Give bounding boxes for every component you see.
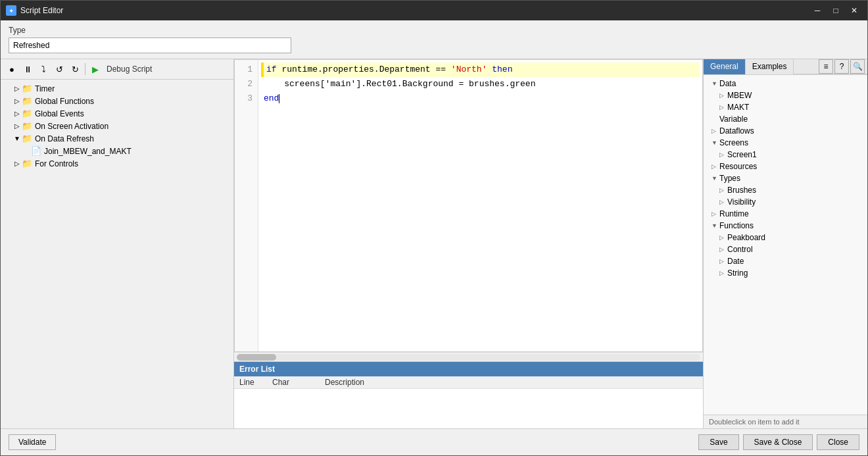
rtree-toggle-peakboard: ▷ — [719, 234, 727, 241]
tree-item-timer[interactable]: ▷ 📁 Timer — [1, 82, 233, 95]
code-editor[interactable]: 1 2 3 if runtime.properties.Department =… — [234, 59, 703, 352]
rtree-item-runtime[interactable]: ▷ Runtime — [704, 208, 867, 220]
rtree-item-types[interactable]: ▼ Types — [704, 172, 867, 184]
error-col-description: Description — [325, 378, 698, 387]
rtree-toggle-resources: ▷ — [711, 163, 719, 170]
tree-label-for-controls: For Controls — [35, 159, 78, 168]
tree-toggle-global-events: ▷ — [12, 110, 22, 117]
validate-button[interactable]: Validate — [9, 434, 56, 450]
window-controls: ─ □ ✕ — [809, 4, 862, 17]
rtree-toggle-dataflows: ▷ — [711, 128, 719, 134]
save-button[interactable]: Save — [698, 434, 738, 450]
rtree-label-data: Data — [719, 79, 736, 88]
toolbar-step-into-button[interactable]: ⤵ — [36, 62, 51, 76]
rtree-toggle-screens: ▼ — [711, 139, 719, 146]
file-icon-join: 📄 — [31, 146, 41, 156]
toolbar-run-button[interactable]: ● — [5, 62, 19, 76]
rtree-label-visibility: Visibility — [727, 197, 756, 207]
toolbar-rewind-button[interactable]: ↺ — [52, 62, 66, 76]
minimize-button[interactable]: ─ — [809, 4, 825, 17]
right-tree: ▼ Data ▷ MBEW ▷ MAKT — [704, 75, 867, 415]
tab-examples[interactable]: Examples — [746, 59, 794, 74]
tree-item-join-mbew-makt[interactable]: 📄 Join_MBEW_and_MAKT — [1, 145, 233, 157]
rtree-item-visibility[interactable]: ▷ Visibility — [704, 196, 867, 208]
rtree-label-dataflows: Dataflows — [719, 126, 754, 136]
error-list-columns: Line Char Description — [234, 376, 703, 389]
maximize-button[interactable]: □ — [828, 4, 844, 17]
tree-item-on-screen-activation[interactable]: ▷ 📁 On Screen Activation — [1, 120, 233, 132]
type-section: Type — [1, 20, 867, 59]
rtree-label-control: Control — [727, 245, 753, 254]
tree-item-global-events[interactable]: ▷ 📁 Global Events — [1, 107, 233, 120]
debug-label: Debug Script — [107, 64, 152, 74]
rtree-label-resources: Resources — [719, 162, 757, 171]
rtree-item-peakboard[interactable]: ▷ Peakboard — [704, 232, 867, 243]
rtree-item-brushes[interactable]: ▷ Brushes — [704, 184, 867, 196]
code-line-1: if runtime.properties.Department == 'Nor… — [261, 63, 700, 77]
content-area: Type ● ⏸ ⤵ ↺ ↻ ▶ Debug Script — [1, 20, 867, 428]
tree-item-for-controls[interactable]: ▷ 📁 For Controls — [1, 157, 233, 170]
rtree-label-types: Types — [719, 174, 740, 183]
title-bar: ✦ Script Editor ─ □ ✕ — [1, 1, 867, 20]
folder-icon-global-functions: 📁 — [22, 96, 32, 106]
window-title: Script Editor — [20, 6, 809, 15]
rtree-item-control[interactable]: ▷ Control — [704, 243, 867, 255]
type-input[interactable] — [9, 38, 291, 53]
rtree-toggle-makt: ▷ — [719, 104, 727, 111]
toolbar-play-button[interactable]: ▶ — [88, 62, 103, 76]
tree-label-on-data-refresh: On Data Refresh — [35, 134, 94, 143]
right-list-button[interactable]: ≡ — [819, 59, 833, 74]
code-content[interactable]: if runtime.properties.Department == 'Nor… — [258, 60, 702, 351]
code-line-3: end — [261, 91, 700, 106]
toolbar-forward-button[interactable]: ↻ — [68, 62, 82, 76]
rtree-item-variable[interactable]: Variable — [704, 113, 867, 125]
right-tabs: General Examples ≡ ? 🔍 — [704, 59, 867, 75]
rtree-item-string[interactable]: ▷ String — [704, 267, 867, 279]
rtree-item-date[interactable]: ▷ Date — [704, 255, 867, 267]
rtree-item-screens[interactable]: ▼ Screens — [704, 137, 867, 149]
rtree-item-screen1[interactable]: ▷ Screen1 — [704, 149, 867, 161]
tree-toggle-on-data-refresh: ▼ — [12, 135, 22, 142]
rtree-label-variable: Variable — [719, 114, 748, 124]
save-close-button[interactable]: Save & Close — [743, 434, 813, 450]
error-list-header: Error List — [234, 362, 703, 376]
rtree-label-peakboard: Peakboard — [727, 233, 765, 242]
folder-icon-on-data-refresh: 📁 — [22, 134, 32, 143]
code-runtime: runtime.properties.Department — [281, 63, 435, 77]
right-panel: General Examples ≡ ? 🔍 ▼ Data — [703, 59, 867, 428]
type-label: Type — [9, 26, 859, 35]
rtree-item-makt[interactable]: ▷ MAKT — [704, 101, 867, 113]
tree-toggle-timer: ▷ — [12, 85, 22, 92]
tree-item-on-data-refresh[interactable]: ▼ 📁 On Data Refresh — [1, 132, 233, 145]
right-help-button[interactable]: ? — [834, 59, 849, 74]
toolbar-step-button[interactable]: ⏸ — [20, 62, 35, 76]
scrollbar-thumb[interactable] — [237, 354, 276, 361]
code-then: then — [487, 63, 512, 77]
rtree-item-data[interactable]: ▼ Data — [704, 78, 867, 89]
right-search-button[interactable]: 🔍 — [850, 59, 865, 74]
doubleclick-hint: Doubleclick on item to add it — [704, 415, 867, 428]
error-list-section: Error List Line Char Description — [234, 361, 703, 428]
bottom-bar: Validate Save Save & Close Close — [1, 428, 867, 455]
scrollbar-track[interactable] — [237, 354, 700, 361]
rtree-toggle-screen1: ▷ — [719, 151, 727, 158]
rtree-item-dataflows[interactable]: ▷ Dataflows — [704, 125, 867, 137]
rtree-item-functions[interactable]: ▼ Functions — [704, 220, 867, 232]
rtree-item-resources[interactable]: ▷ Resources — [704, 161, 867, 172]
app-icon: ✦ — [6, 5, 16, 16]
tree-label-join: Join_MBEW_and_MAKT — [44, 147, 132, 156]
tree-toggle-for-controls: ▷ — [12, 160, 22, 167]
close-window-button[interactable]: ✕ — [846, 4, 862, 17]
tree-label-on-screen-activation: On Screen Activation — [35, 122, 108, 131]
close-button[interactable]: Close — [817, 434, 859, 450]
tree-item-global-functions[interactable]: ▷ 📁 Global Functions — [1, 95, 233, 107]
rtree-label-screens: Screens — [719, 138, 748, 147]
editor-horizontal-scrollbar[interactable] — [234, 352, 703, 361]
script-editor-window: ✦ Script Editor ─ □ ✕ Type ● ⏸ ⤵ ↺ ↻ — [0, 0, 868, 456]
rtree-item-mbew[interactable]: ▷ MBEW — [704, 89, 867, 101]
rtree-toggle-brushes: ▷ — [719, 187, 727, 193]
active-line-indicator — [261, 63, 264, 77]
tab-general[interactable]: General — [704, 59, 746, 74]
rtree-label-mbew: MBEW — [727, 91, 752, 100]
toolbar-separator — [85, 63, 85, 75]
